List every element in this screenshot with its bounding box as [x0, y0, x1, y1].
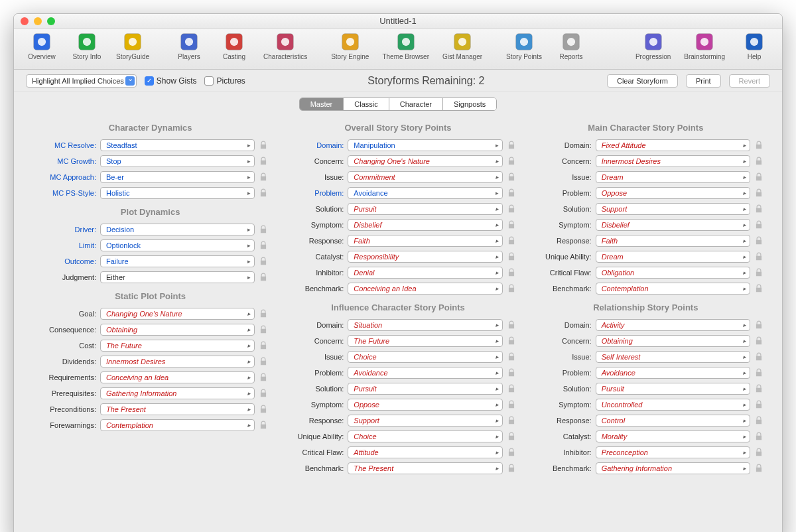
lock-icon[interactable]: [259, 172, 268, 182]
lock-icon[interactable]: [507, 204, 516, 214]
lock-icon[interactable]: [754, 220, 763, 230]
field-combo[interactable]: Obtaining: [596, 335, 750, 347]
lock-icon[interactable]: [507, 400, 516, 409]
lock-icon[interactable]: [507, 320, 516, 330]
field-combo[interactable]: Activity: [596, 319, 750, 331]
lock-icon[interactable]: [259, 273, 268, 282]
field-combo[interactable]: Choice: [348, 351, 502, 363]
revert-button[interactable]: Revert: [729, 74, 770, 88]
field-combo[interactable]: Either: [100, 271, 255, 283]
field-combo[interactable]: Avoidance: [348, 367, 502, 379]
lock-icon[interactable]: [507, 336, 516, 346]
field-combo[interactable]: Changing One's Nature: [100, 308, 255, 320]
tab-signposts[interactable]: Signposts: [443, 98, 496, 110]
lock-icon[interactable]: [507, 252, 516, 261]
lock-icon[interactable]: [754, 236, 763, 245]
lock-icon[interactable]: [754, 432, 763, 441]
lock-icon[interactable]: [507, 464, 516, 473]
field-combo[interactable]: Obligation: [596, 267, 750, 279]
toolbar-story-engine[interactable]: Story Engine: [331, 31, 369, 60]
toolbar-story-points[interactable]: Story Points: [506, 31, 542, 60]
field-combo[interactable]: Oppose: [348, 399, 502, 411]
lock-icon[interactable]: [507, 220, 516, 230]
field-combo[interactable]: Steadfast: [100, 139, 255, 151]
toolbar-progression[interactable]: Progression: [635, 31, 671, 60]
field-combo[interactable]: Morality: [596, 431, 750, 442]
lock-icon[interactable]: [754, 157, 763, 166]
print-button[interactable]: Print: [686, 74, 721, 88]
field-combo[interactable]: Failure: [100, 255, 255, 267]
field-combo[interactable]: Faith: [348, 235, 502, 247]
lock-icon[interactable]: [754, 464, 763, 473]
lock-icon[interactable]: [259, 225, 268, 234]
field-combo[interactable]: Fixed Attitude: [596, 139, 750, 151]
field-combo[interactable]: Conceiving an Idea: [348, 283, 502, 295]
field-combo[interactable]: Avoidance: [348, 187, 502, 199]
field-combo[interactable]: Gathering Information: [100, 387, 255, 399]
lock-icon[interactable]: [507, 352, 516, 362]
lock-icon[interactable]: [507, 188, 516, 198]
lock-icon[interactable]: [507, 141, 516, 150]
field-combo[interactable]: Optionlock: [100, 239, 255, 251]
field-combo[interactable]: Disbelief: [348, 219, 502, 231]
field-combo[interactable]: Choice: [348, 431, 502, 442]
toolbar-gist-manager[interactable]: Gist Manager: [442, 31, 482, 60]
lock-icon[interactable]: [507, 416, 516, 425]
toolbar-story-info[interactable]: Story Info: [71, 31, 103, 60]
lock-icon[interactable]: [754, 268, 763, 277]
lock-icon[interactable]: [259, 157, 268, 166]
field-combo[interactable]: Avoidance: [596, 367, 750, 379]
lock-icon[interactable]: [754, 320, 763, 330]
lock-icon[interactable]: [507, 448, 516, 457]
field-combo[interactable]: Decision: [100, 224, 255, 235]
lock-icon[interactable]: [754, 336, 763, 346]
toolbar-characteristics[interactable]: Characteristics: [263, 31, 307, 60]
lock-icon[interactable]: [507, 172, 516, 182]
lock-icon[interactable]: [507, 432, 516, 441]
field-combo[interactable]: Be-er: [100, 171, 255, 183]
lock-icon[interactable]: [754, 188, 763, 198]
lock-icon[interactable]: [754, 448, 763, 457]
lock-icon[interactable]: [754, 400, 763, 409]
toolbar-brainstorming[interactable]: Brainstorming: [684, 31, 725, 60]
field-combo[interactable]: Pursuit: [596, 383, 750, 395]
field-combo[interactable]: Control: [596, 415, 750, 427]
lock-icon[interactable]: [507, 268, 516, 277]
field-combo[interactable]: Denial: [348, 267, 502, 279]
tab-master[interactable]: Master: [300, 98, 344, 110]
lock-icon[interactable]: [754, 352, 763, 362]
lock-icon[interactable]: [259, 325, 268, 334]
lock-icon[interactable]: [754, 384, 763, 393]
field-combo[interactable]: Contemplation: [596, 283, 750, 295]
field-combo[interactable]: Innermost Desires: [100, 356, 255, 367]
lock-icon[interactable]: [259, 241, 268, 250]
field-combo[interactable]: Conceiving an Idea: [100, 371, 255, 383]
lock-icon[interactable]: [754, 284, 763, 293]
lock-icon[interactable]: [259, 389, 268, 398]
pictures-checkbox[interactable]: [204, 76, 214, 86]
field-combo[interactable]: Stop: [100, 155, 255, 167]
field-combo[interactable]: Support: [348, 415, 502, 427]
field-combo[interactable]: Commitment: [348, 171, 502, 183]
field-combo[interactable]: Faith: [596, 235, 750, 247]
lock-icon[interactable]: [259, 141, 268, 150]
field-combo[interactable]: Pursuit: [348, 383, 502, 395]
toolbar-overview[interactable]: Overview: [26, 31, 58, 60]
field-combo[interactable]: Situation: [348, 319, 502, 331]
lock-icon[interactable]: [754, 141, 763, 150]
field-combo[interactable]: The Future: [100, 340, 255, 352]
lock-icon[interactable]: [507, 368, 516, 377]
field-combo[interactable]: Pursuit: [348, 203, 502, 215]
tab-classic[interactable]: Classic: [344, 98, 389, 110]
field-combo[interactable]: Manipulation: [348, 139, 502, 151]
lock-icon[interactable]: [259, 341, 268, 350]
lock-icon[interactable]: [259, 257, 268, 266]
lock-icon[interactable]: [259, 357, 268, 366]
lock-icon[interactable]: [259, 421, 268, 430]
lock-icon[interactable]: [507, 284, 516, 293]
field-combo[interactable]: Preconception: [596, 446, 750, 458]
field-combo[interactable]: Support: [596, 203, 750, 215]
field-combo[interactable]: Gathering Information: [596, 462, 750, 474]
lock-icon[interactable]: [507, 236, 516, 245]
lock-icon[interactable]: [754, 204, 763, 214]
